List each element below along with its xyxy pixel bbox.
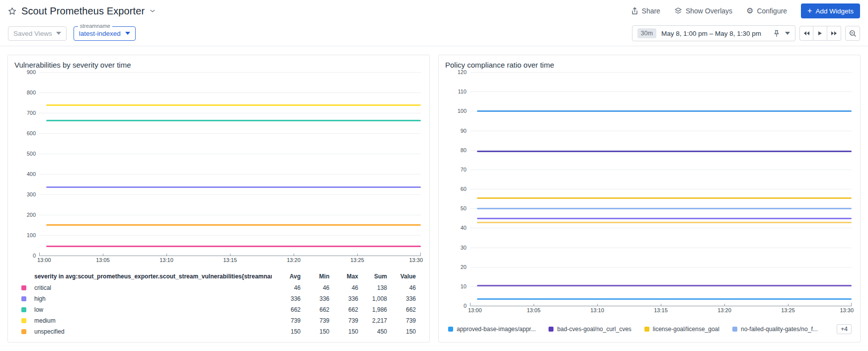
dashboard-grid: Vulnerabilities by severity over time 90… xyxy=(0,46,868,343)
y-tick-label: 30 xyxy=(461,245,467,251)
legend-item[interactable]: no-failed-quality-gates/no_f... xyxy=(732,326,818,333)
series-line-approved-base-images/appr... xyxy=(477,110,852,112)
time-back-button[interactable] xyxy=(799,26,813,41)
share-button[interactable]: Share xyxy=(631,7,660,15)
table-row[interactable]: high3363363361,008336 xyxy=(17,293,416,304)
gridline xyxy=(39,174,421,175)
gridline xyxy=(39,154,421,154)
x-tick-label: 13:20 xyxy=(287,257,301,263)
page-title: Scout Prometheus Exporter xyxy=(21,5,145,17)
time-range-text: May 8, 1:00 pm – May 8, 1:30 pm xyxy=(661,30,761,37)
fast-forward-icon xyxy=(831,31,837,36)
series-line-license-goal/license_goal xyxy=(477,197,852,199)
play-icon xyxy=(818,31,822,36)
series-color-swatch xyxy=(21,296,26,301)
y-tick-label: 110 xyxy=(458,88,467,94)
streamname-value: latest-indexed xyxy=(79,30,121,37)
cell-value: 336 xyxy=(329,295,358,302)
time-range-picker[interactable]: 30m May 8, 1:00 pm – May 8, 1:30 pm xyxy=(632,25,795,41)
x-tick-label: 13:15 xyxy=(654,307,668,313)
series-line-unspecified xyxy=(46,224,421,226)
table-row[interactable]: medium7397397392,217739 xyxy=(17,315,416,326)
configure-button[interactable]: ⚙ Configure xyxy=(746,7,787,15)
legend-label: license-goal/license_goal xyxy=(653,326,719,333)
gridline xyxy=(39,215,421,215)
widget-title: Vulnerabilities by severity over time xyxy=(14,61,423,69)
cell-value: 662 xyxy=(301,306,329,313)
cell-value: 1,986 xyxy=(358,306,387,313)
rewind-icon xyxy=(803,31,810,36)
gridline xyxy=(39,72,421,73)
summary-table-header: severity in avg:scout_prometheus_exporte… xyxy=(17,270,416,282)
y-tick-label: 70 xyxy=(461,167,467,173)
y-tick-label: 100 xyxy=(27,232,36,238)
layers-icon xyxy=(674,7,682,15)
cell-value: 150 xyxy=(272,328,301,335)
y-tick-label: 20 xyxy=(461,264,467,270)
saved-views-dropdown[interactable]: Saved Views xyxy=(8,26,67,41)
chevron-down-icon xyxy=(125,32,130,35)
dashboard-header: Scout Prometheus Exporter Share xyxy=(0,0,868,46)
widget-policy-compliance[interactable]: Policy compliance ratio over time 120110… xyxy=(438,55,861,343)
gridline xyxy=(470,267,852,267)
y-tick-label: 700 xyxy=(27,110,36,116)
time-forward-button[interactable] xyxy=(827,26,841,41)
series-name: unspecified xyxy=(34,328,272,335)
show-overlays-label: Show Overlays xyxy=(686,7,732,15)
show-overlays-button[interactable]: Show Overlays xyxy=(674,7,732,15)
legend-item[interactable]: approved-base-images/appr... xyxy=(448,326,536,333)
legend-item[interactable]: license-goal/license_goal xyxy=(644,326,719,333)
add-widgets-button[interactable]: + Add Widgets xyxy=(801,3,860,18)
series-line-medium xyxy=(46,104,421,106)
cell-value: 2,217 xyxy=(358,317,387,324)
gridline xyxy=(39,133,421,134)
gridline xyxy=(470,248,852,248)
series-line-no-failed-quality-gates/no_f... xyxy=(477,208,852,209)
gear-icon: ⚙ xyxy=(746,7,753,15)
gridline xyxy=(39,92,421,93)
chevron-down-icon[interactable] xyxy=(150,9,156,13)
line-chart-plot[interactable]: 9008007006005004003002001000 xyxy=(39,72,421,256)
line-chart-plot[interactable]: 1201101009080706050403020100 xyxy=(470,72,852,306)
zoom-out-icon xyxy=(849,30,857,37)
time-play-button[interactable] xyxy=(813,26,827,41)
legend-color-swatch xyxy=(448,327,453,332)
series-line-bad-cves-goal/no_curl_cves xyxy=(477,151,852,152)
y-tick-label: 200 xyxy=(27,212,36,218)
legend-label: bad-cves-goal/no_curl_cves xyxy=(557,326,631,333)
x-axis-labels: 13:0013:0513:1013:1513:2013:2513:30 xyxy=(39,256,421,263)
legend-more-badge[interactable]: +4 xyxy=(837,324,852,334)
y-tick-label: 600 xyxy=(27,130,36,136)
share-icon xyxy=(631,7,638,15)
table-row[interactable]: critical46464613846 xyxy=(17,282,416,293)
y-tick-label: 900 xyxy=(27,69,36,75)
series-name: high xyxy=(34,295,272,302)
y-tick-label: 100 xyxy=(458,108,467,114)
streamname-label: streamname xyxy=(78,23,112,29)
cell-value: 46 xyxy=(301,284,329,291)
cell-value: 138 xyxy=(358,284,387,291)
star-icon[interactable] xyxy=(8,7,16,15)
cell-value: 46 xyxy=(329,284,358,291)
streamname-template-variable[interactable]: streamname latest-indexed xyxy=(74,26,136,41)
widget-vulnerabilities[interactable]: Vulnerabilities by severity over time 90… xyxy=(7,55,430,343)
saved-views-label: Saved Views xyxy=(13,30,52,37)
y-tick-label: 800 xyxy=(27,89,36,95)
table-row[interactable]: unspecified150150150450150 xyxy=(17,326,416,337)
series-color-swatch xyxy=(21,285,26,290)
gridline xyxy=(470,286,852,287)
x-tick-label: 13:00 xyxy=(37,257,51,263)
gridline xyxy=(470,91,852,92)
cell-value: 46 xyxy=(272,284,301,291)
series-line xyxy=(477,298,852,300)
cell-value: 662 xyxy=(387,306,416,313)
chevron-down-icon[interactable] xyxy=(785,32,790,35)
y-tick-label: 0 xyxy=(33,253,36,259)
column-header: Min xyxy=(301,273,329,280)
y-tick-label: 50 xyxy=(461,205,467,211)
series-line-low xyxy=(46,120,421,121)
table-row[interactable]: low6626626621,986662 xyxy=(17,304,416,315)
zoom-out-button[interactable] xyxy=(845,26,860,41)
pin-icon[interactable] xyxy=(773,30,780,37)
legend-item[interactable]: bad-cves-goal/no_curl_cves xyxy=(549,326,631,333)
